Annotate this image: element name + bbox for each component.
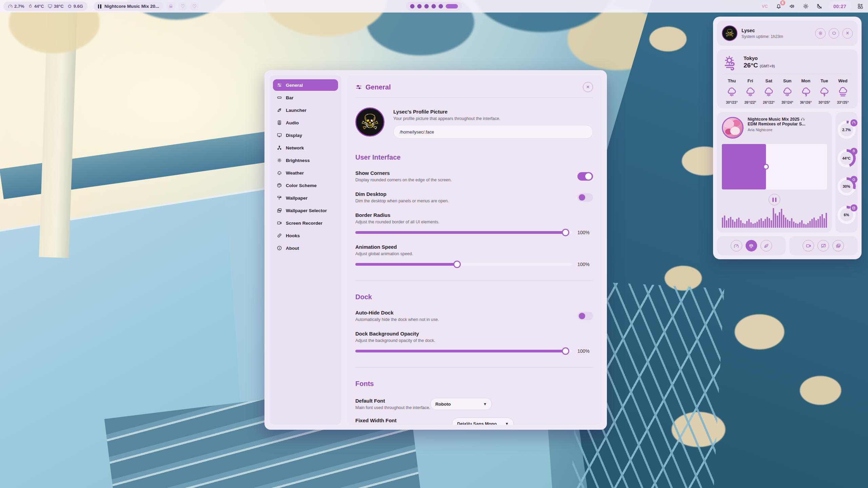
setting-row-default-font: Default Font Main font used throughout t… <box>355 398 593 410</box>
chip-icon <box>852 178 856 182</box>
auto-hide-dock-toggle[interactable] <box>577 312 593 320</box>
media-progress-slider[interactable] <box>722 144 827 189</box>
sidebar-item-hooks[interactable]: Hooks <box>273 230 338 241</box>
profile-path-input[interactable] <box>393 125 593 139</box>
keep-awake-button[interactable] <box>817 240 829 251</box>
rain-cloud-icon <box>726 86 737 98</box>
top-bar-right: VC 8 00:27 <box>760 2 865 11</box>
media-artist: Aria Nightcore <box>748 128 805 132</box>
sidebar-item-bar[interactable]: Bar <box>273 92 338 103</box>
show-corners-toggle[interactable] <box>577 172 593 181</box>
default-font-dropdown[interactable]: Roboto ▼ <box>430 398 492 410</box>
avatar: ☠ <box>722 25 737 41</box>
divider <box>355 281 593 281</box>
fixed-width-font-dropdown[interactable]: DejaVu Sans Mono ▼ <box>452 418 514 425</box>
wallpaper-button[interactable] <box>832 240 844 251</box>
skull-button[interactable]: ☠ <box>166 2 175 11</box>
memory-gauge: 30% <box>837 177 856 196</box>
power-saver-profile-button[interactable] <box>761 240 772 251</box>
forecast-day: Sat 26°/22° <box>760 78 778 104</box>
rain-cloud-icon <box>782 86 793 98</box>
sidebar-item-brightness[interactable]: Brightness <box>273 155 338 166</box>
bar-icon <box>277 95 282 100</box>
sidebar-item-audio[interactable]: Audio <box>273 117 338 128</box>
sidebar-item-display[interactable]: Display <box>273 129 338 141</box>
divider <box>723 74 852 74</box>
leaf-icon <box>763 243 769 249</box>
chip-icon <box>67 4 72 9</box>
heart-icon: ♡ <box>192 3 197 9</box>
system-stats-pill[interactable]: 2.7% 44°C 38°C 9.6G <box>3 2 87 11</box>
brightness-button[interactable] <box>802 2 810 11</box>
wallpaper-icon <box>835 243 841 249</box>
workspace-dot-6[interactable] <box>446 4 458 8</box>
panel-close-button[interactable]: × <box>842 28 853 39</box>
border-radius-slider[interactable] <box>355 231 572 234</box>
sidebar-item-color-scheme[interactable]: Color Scheme <box>273 180 338 191</box>
close-button[interactable]: × <box>583 82 593 92</box>
setting-row-show-corners: Show Corners Display rounded corners on … <box>355 170 593 182</box>
sidebar-item-wallpaper[interactable]: Wallpaper <box>273 192 338 204</box>
workspace-indicator[interactable] <box>406 2 462 11</box>
screen-record-button[interactable] <box>803 240 814 251</box>
screencast-icon <box>806 243 811 249</box>
night-light-button[interactable] <box>815 2 824 11</box>
storm-cloud-icon <box>818 86 830 98</box>
system-uptime: System uptime: 1h23m <box>742 34 783 39</box>
album-art[interactable] <box>722 117 744 139</box>
dim-desktop-toggle[interactable] <box>577 193 593 202</box>
performance-profile-button[interactable] <box>731 240 742 251</box>
sidebar-item-network[interactable]: Network <box>273 142 338 154</box>
sidebar-item-general[interactable]: General <box>273 79 338 91</box>
user-name: Lysec <box>742 28 783 33</box>
chevron-down-icon: ▼ <box>483 402 487 406</box>
profile-avatar[interactable]: ☠ <box>355 107 384 137</box>
notification-badge: 8 <box>780 0 785 5</box>
settings-window: General Bar Launcher Audio Display Netwo… <box>264 70 607 430</box>
setting-description: Your profile picture that appears throug… <box>393 116 593 121</box>
divider <box>355 367 593 368</box>
palette-icon <box>277 183 282 188</box>
play-pause-button[interactable] <box>769 194 780 205</box>
power-icon <box>831 30 837 36</box>
workspace-dot-3[interactable] <box>425 4 429 8</box>
workspace-dot-4[interactable] <box>432 4 436 8</box>
sidebar-item-launcher[interactable]: Launcher <box>273 104 338 116</box>
disk-gauge: 6% <box>837 206 856 224</box>
balanced-profile-button[interactable] <box>746 240 757 251</box>
dock-opacity-slider[interactable] <box>355 350 572 352</box>
clock[interactable]: 00:27 <box>829 2 851 11</box>
sidebar-item-weather[interactable]: Weather <box>273 167 338 179</box>
settings-button[interactable] <box>815 28 826 39</box>
media-pill[interactable]: Nightcore Music Mix 20... <box>94 2 163 11</box>
forecast-day: Fri 26°/22° <box>741 78 760 104</box>
tray-app-icon[interactable]: VC <box>760 2 770 11</box>
power-profile-group <box>717 236 786 255</box>
power-button[interactable] <box>829 28 839 39</box>
rocket-icon <box>277 107 282 113</box>
cloud-icon <box>277 170 282 176</box>
forecast-day: Thu 30°/23° <box>723 78 741 104</box>
volume-button[interactable] <box>788 2 797 11</box>
gpu-temp-stat: 38°C <box>47 4 64 9</box>
workspace-dot-2[interactable] <box>417 4 422 8</box>
widgets-button[interactable] <box>856 2 865 11</box>
info-icon <box>277 245 282 251</box>
rain-cloud-icon <box>763 86 774 98</box>
sliders-icon <box>277 82 282 88</box>
animation-speed-slider[interactable] <box>355 263 572 266</box>
skull-art: ☠ <box>360 111 379 133</box>
sidebar-item-wallpaper-selector[interactable]: Wallpaper Selector <box>273 205 338 216</box>
sidebar-item-screen-recorder[interactable]: Screen Recorder <box>273 217 338 229</box>
notifications-button[interactable]: 8 <box>774 2 783 11</box>
heart-button-2[interactable]: ♡ <box>190 2 199 11</box>
heart-button[interactable]: ♡ <box>178 2 187 11</box>
slider-value: 100% <box>577 348 593 354</box>
sidebar-item-about[interactable]: About <box>273 242 338 254</box>
workspace-dot-1[interactable] <box>410 4 415 8</box>
close-icon: × <box>586 84 590 90</box>
heart-icon: ♡ <box>180 3 185 9</box>
speaker-box-icon <box>277 120 282 125</box>
workspace-dot-5[interactable] <box>439 4 443 8</box>
weather-temp: 26°C <box>744 62 758 69</box>
